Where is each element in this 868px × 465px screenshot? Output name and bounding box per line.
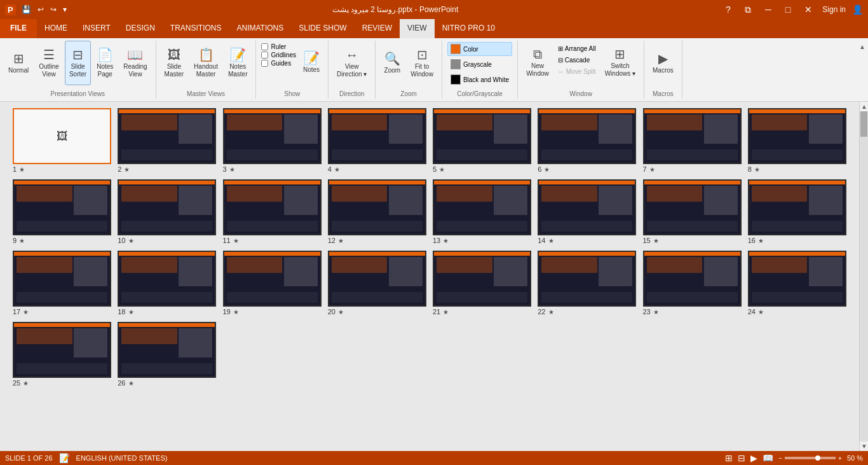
normal-view-button[interactable]: ⊞ Normal (4, 41, 33, 85)
undo-icon[interactable]: ↩ (36, 4, 46, 15)
ruler-checkbox[interactable]: Ruler (261, 43, 295, 50)
tab-review[interactable]: REVIEW (355, 19, 400, 38)
slide-item-16[interactable]: 16 ★ (748, 179, 846, 244)
customize-icon[interactable]: ▾ (61, 4, 69, 15)
slide-thumb-9[interactable] (13, 179, 111, 235)
slide-item-17[interactable]: 17 ★ (13, 251, 111, 316)
slide-sorter-status-icon[interactable]: ⊟ (738, 453, 745, 463)
slide-item-22[interactable]: 22 ★ (538, 251, 636, 316)
tab-view[interactable]: VIEW (400, 19, 435, 38)
slide-item-4[interactable]: 4 ★ (328, 108, 426, 173)
slide-thumb-20[interactable] (328, 251, 426, 307)
slide-thumb-8[interactable] (748, 108, 846, 164)
slide-thumb-12[interactable] (328, 179, 426, 235)
notes-page-button[interactable]: 📄 NotesPage (92, 41, 118, 85)
ruler-check[interactable] (261, 43, 268, 50)
slide-thumb-21[interactable] (433, 251, 531, 307)
slide-thumb-5[interactable] (433, 108, 531, 164)
slide-thumb-1[interactable]: 🖼 (13, 108, 111, 164)
view-direction-button[interactable]: ↔ ViewDirection ▾ (332, 41, 371, 85)
notes-master-button[interactable]: 📝 NotesMaster (224, 41, 252, 85)
slide-item-12[interactable]: 12 ★ (328, 179, 426, 244)
slide-item-3[interactable]: 3 ★ (223, 108, 322, 173)
slide-master-button[interactable]: 🖼 SlideMaster (160, 41, 189, 85)
slide-item-21[interactable]: 21 ★ (433, 251, 531, 316)
zoom-out-icon[interactable]: − (778, 455, 782, 462)
slide-item-18[interactable]: 18 ★ (118, 251, 216, 316)
slide-thumb-24[interactable] (748, 251, 846, 307)
slide-item-20[interactable]: 20 ★ (328, 251, 426, 316)
slide-item-11[interactable]: 11 ★ (223, 179, 322, 244)
slide-thumb-23[interactable] (643, 251, 742, 307)
slide-sorter-button[interactable]: ⊟ SlideSorter (65, 41, 91, 85)
slide-item-6[interactable]: 6 ★ (538, 108, 636, 173)
zoom-slider-container[interactable]: − + (778, 455, 842, 462)
slide-thumb-19[interactable] (223, 251, 322, 307)
reading-view-status-icon[interactable]: 📖 (763, 453, 773, 463)
slide-item-24[interactable]: 24 ★ (748, 251, 846, 316)
scroll-up-arrow[interactable]: ▲ (860, 102, 868, 111)
slide-thumb-22[interactable] (538, 251, 636, 307)
slide-item-19[interactable]: 19 ★ (223, 251, 322, 316)
guides-checkbox[interactable]: Guides (261, 60, 295, 67)
slide-item-1[interactable]: 🖼 1 ★ (13, 108, 111, 173)
tab-nitro[interactable]: NITRO PRO 10 (435, 19, 503, 38)
slide-item-13[interactable]: 13 ★ (433, 179, 531, 244)
slide-item-23[interactable]: 23 ★ (643, 251, 742, 316)
notes-button[interactable]: 📝 Notes (299, 41, 324, 84)
slide-item-10[interactable]: 10 ★ (118, 179, 216, 244)
gridlines-check[interactable] (261, 52, 268, 59)
sign-in-link[interactable]: Sign in (822, 5, 846, 14)
zoom-level[interactable]: 50 % (847, 454, 863, 462)
slide-thumb-4[interactable] (328, 108, 426, 164)
slide-thumb-11[interactable] (223, 179, 322, 235)
new-window-button[interactable]: ⧉ NewWindow (522, 41, 553, 84)
color-option-grayscale[interactable]: Grayscale (447, 57, 512, 71)
notes-status-icon[interactable]: 📝 (59, 453, 70, 463)
slide-item-26[interactable]: 26 ★ (118, 322, 216, 387)
maximize-button[interactable]: □ (782, 3, 794, 16)
slide-item-9[interactable]: 9 ★ (13, 179, 111, 244)
scroll-track[interactable] (860, 111, 868, 441)
slide-show-status-icon[interactable]: ▶ (750, 453, 757, 463)
slide-item-8[interactable]: 8 ★ (748, 108, 846, 173)
handout-master-button[interactable]: 📋 HandoutMaster (189, 41, 222, 85)
slide-thumb-3[interactable] (223, 108, 322, 164)
slide-item-15[interactable]: 15 ★ (643, 179, 742, 244)
slide-thumb-2[interactable] (118, 108, 216, 164)
zoom-slider-thumb[interactable] (815, 455, 820, 461)
slide-thumb-15[interactable] (643, 179, 742, 235)
slide-item-7[interactable]: 7 ★ (643, 108, 742, 173)
tab-design[interactable]: DESIGN (118, 19, 163, 38)
ribbon-collapse[interactable]: ▲ (857, 41, 868, 99)
color-option-color[interactable]: Color (447, 42, 512, 56)
slide-thumb-10[interactable] (118, 179, 216, 235)
right-scrollbar[interactable]: ▲ ▼ (859, 102, 868, 451)
guides-check[interactable] (261, 60, 268, 67)
cascade-button[interactable]: ⊟ Cascade (555, 55, 599, 66)
redo-icon[interactable]: ↪ (48, 4, 58, 15)
restore-button[interactable]: ⧉ (741, 3, 755, 17)
arrange-all-button[interactable]: ⊞ Arrange All (555, 43, 599, 54)
zoom-button[interactable]: 🔍 Zoom (379, 41, 405, 85)
slide-thumb-6[interactable] (538, 108, 636, 164)
slide-item-2[interactable]: 2 ★ (118, 108, 216, 173)
tab-insert[interactable]: INSERT (75, 19, 118, 38)
slide-sorter[interactable]: 🖼 1 ★ 2 ★ 3 ★ (0, 102, 859, 451)
minimize-button[interactable]: ─ (761, 3, 775, 16)
scroll-down-arrow[interactable]: ▼ (860, 441, 868, 451)
slide-thumb-26[interactable] (118, 322, 216, 378)
switch-windows-button[interactable]: ⊞ SwitchWindows ▾ (600, 41, 640, 84)
help-button[interactable]: ? (722, 3, 735, 16)
slide-thumb-17[interactable] (13, 251, 111, 307)
reading-view-button[interactable]: 📖 ReadingView (119, 41, 151, 85)
slide-thumb-14[interactable] (538, 179, 636, 235)
slide-item-25[interactable]: 25 ★ (13, 322, 111, 387)
normal-view-status-icon[interactable]: ⊞ (725, 453, 733, 463)
slide-thumb-7[interactable] (643, 108, 742, 164)
tab-file[interactable]: FILE (0, 19, 37, 38)
save-icon[interactable]: 💾 (20, 4, 33, 15)
slide-item-14[interactable]: 14 ★ (538, 179, 636, 244)
scroll-thumb[interactable] (860, 111, 867, 137)
tab-animations[interactable]: ANIMATIONS (229, 19, 291, 38)
